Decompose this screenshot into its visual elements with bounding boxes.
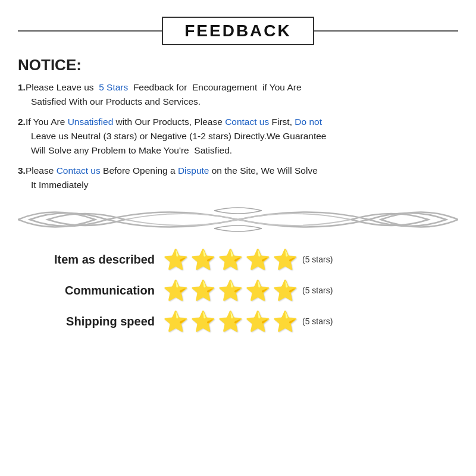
notice-item-2: 2.If You Are Unsatisfied with Our Produc… [18,115,458,158]
notice-highlight-unsatisfied: Unsatisfied [68,117,114,127]
notice-highlight-donot: Do not [295,117,322,127]
rating-label-communication: Communication [18,284,155,298]
star-2: ⭐ [190,311,215,331]
ratings-section: Item as described ⭐ ⭐ ⭐ ⭐ ⭐ (5 stars) Co… [18,249,458,331]
notice-highlight-contact-2: Contact us [57,165,101,176]
star-5: ⭐ [273,280,298,300]
star-3: ⭐ [218,311,243,331]
feedback-header: FEEDBACK [18,17,458,45]
notice-item-3: 3.Please Contact us Before Opening a Dis… [18,164,458,192]
star-5: ⭐ [273,311,298,331]
notice-title: NOTICE: [18,56,458,74]
notice-highlight-stars: 5 Stars [99,82,128,92]
star-2: ⭐ [190,280,215,300]
page-wrapper: FEEDBACK NOTICE: 1.Please Leave us 5 Sta… [0,0,476,476]
stars-communication: ⭐ ⭐ ⭐ ⭐ ⭐ (5 stars) [163,280,333,300]
decorative-divider [18,202,458,237]
star-1: ⭐ [163,249,188,270]
rating-row-communication: Communication ⭐ ⭐ ⭐ ⭐ ⭐ (5 stars) [18,280,458,300]
notice-item-3-text: 3.Please Contact us Before Opening a Dis… [18,165,458,192]
star-5: ⭐ [273,249,298,270]
star-4: ⭐ [245,249,270,270]
notice-item-1: 1.Please Leave us 5 Stars Feedback for E… [18,80,458,109]
star-count-shipping: (5 stars) [302,317,333,326]
star-1: ⭐ [163,280,188,300]
star-4: ⭐ [245,311,270,331]
notice-item-2-text: 2.If You Are Unsatisfied with Our Produc… [18,117,458,158]
star-1: ⭐ [163,311,188,331]
star-2: ⭐ [190,249,215,270]
rating-row-item-described: Item as described ⭐ ⭐ ⭐ ⭐ ⭐ (5 stars) [18,249,458,270]
notice-section: NOTICE: 1.Please Leave us 5 Stars Feedba… [18,56,458,192]
stars-shipping: ⭐ ⭐ ⭐ ⭐ ⭐ (5 stars) [163,311,333,331]
notice-item-1-text: 1.Please Leave us 5 Stars Feedback for E… [18,82,458,109]
star-3: ⭐ [218,280,243,300]
feedback-title: FEEDBACK [162,17,314,45]
notice-number-3: 3. [18,165,26,176]
star-count-item-described: (5 stars) [302,255,333,264]
notice-highlight-contact-1: Contact us [225,117,269,127]
rating-label-item-described: Item as described [18,253,155,267]
stars-item-described: ⭐ ⭐ ⭐ ⭐ ⭐ (5 stars) [163,249,333,270]
notice-number-1: 1. [18,82,26,92]
rating-label-shipping: Shipping speed [18,315,155,328]
star-count-communication: (5 stars) [302,286,333,295]
notice-highlight-dispute: Dispute [178,165,209,176]
star-3: ⭐ [218,249,243,270]
star-4: ⭐ [245,280,270,300]
notice-number-2: 2. [18,117,26,127]
rating-row-shipping: Shipping speed ⭐ ⭐ ⭐ ⭐ ⭐ (5 stars) [18,311,458,331]
